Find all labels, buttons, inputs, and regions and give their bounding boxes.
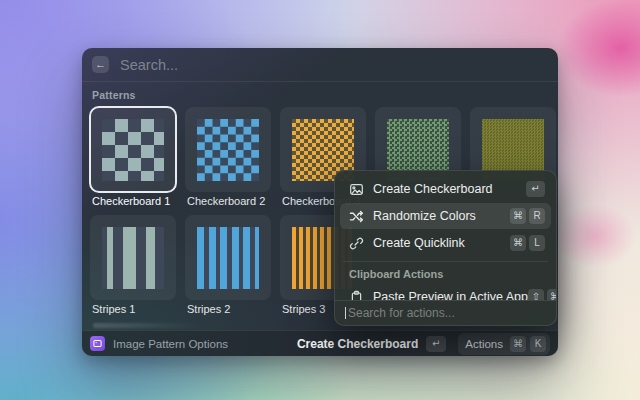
- image-icon: [93, 339, 102, 348]
- actions-menu-button[interactable]: Actions ⌘ K: [458, 333, 550, 355]
- tile-checkerboard-1[interactable]: [90, 107, 176, 192]
- menu-divider: [343, 261, 548, 262]
- tile-label: Checkerboard 1: [90, 195, 176, 207]
- stripes-1-preview: [102, 227, 164, 289]
- r-key-badge: R: [529, 208, 545, 224]
- action-bar: Image Pattern Options Create Checkerboar…: [82, 330, 558, 356]
- extension-name: Image Pattern Options: [113, 338, 228, 350]
- k-key-badge: K: [530, 336, 546, 352]
- actions-popover: Create Checkerboard ↵ Randomize Colors ⌘…: [334, 170, 557, 326]
- menu-item-label: Create Quicklink: [373, 236, 465, 250]
- back-button[interactable]: ←: [92, 56, 109, 73]
- search-input[interactable]: Search...: [120, 57, 178, 73]
- tile-label: Stripes 2: [185, 303, 271, 315]
- text-caret: [345, 307, 346, 319]
- tile-stripes-2[interactable]: [185, 215, 271, 300]
- menu-item-paste-preview[interactable]: Paste Preview in Active App ⇧ ⌘ V: [340, 284, 551, 300]
- image-icon: [348, 181, 364, 197]
- cmd-key-badge: ⌘: [510, 235, 526, 251]
- link-icon: [348, 235, 364, 251]
- cmd-key-badge: ⌘: [510, 208, 526, 224]
- shift-key-badge: ⇧: [528, 289, 544, 300]
- clipboard-icon: [348, 289, 364, 300]
- tile-label: Stripes 1: [90, 303, 176, 315]
- menu-item-create-quicklink[interactable]: Create Quicklink ⌘ L: [340, 230, 551, 256]
- checkerboard-2-preview: [197, 119, 259, 181]
- shuffle-icon: [348, 208, 364, 224]
- tile-checkerboard-2[interactable]: [185, 107, 271, 192]
- search-bar: ← Search...: [82, 48, 558, 82]
- stripes-2-preview: [197, 227, 259, 289]
- cmd-key-badge: ⌘: [510, 336, 526, 352]
- actions-list: Create Checkerboard ↵ Randomize Colors ⌘…: [335, 171, 556, 300]
- checkerboard-1-preview: [102, 119, 164, 181]
- menu-item-create-checkerboard[interactable]: Create Checkerboard ↵: [340, 176, 551, 202]
- l-key-badge: L: [529, 235, 545, 251]
- tile-label: Checkerboard 2: [185, 195, 271, 207]
- tile-stripes-1[interactable]: [90, 215, 176, 300]
- primary-action-button[interactable]: Create Checkerboard: [297, 337, 418, 351]
- enter-key-badge: ↵: [426, 336, 446, 352]
- clipped-next-section: [93, 323, 203, 328]
- menu-section-clipboard-actions: Clipboard Actions: [340, 266, 551, 284]
- menu-item-label: Create Checkerboard: [373, 182, 493, 196]
- actions-label: Actions: [465, 338, 503, 350]
- menu-item-label: Paste Preview in Active App: [373, 290, 528, 300]
- menu-item-randomize-colors[interactable]: Randomize Colors ⌘ R: [340, 203, 551, 229]
- actions-search-field[interactable]: Search for actions...: [335, 300, 556, 325]
- actions-search-placeholder: Search for actions...: [348, 306, 455, 320]
- back-arrow-icon: ←: [95, 59, 106, 70]
- cmd-key-badge: ⌘: [547, 289, 556, 300]
- menu-item-label: Randomize Colors: [373, 209, 476, 223]
- enter-key-badge: ↵: [526, 181, 545, 197]
- extension-icon: [90, 336, 105, 351]
- section-header-patterns: Patterns: [92, 89, 550, 101]
